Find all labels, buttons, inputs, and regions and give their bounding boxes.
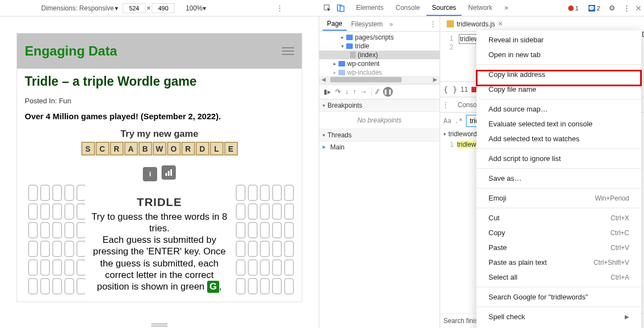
- board-cell: [28, 203, 38, 220]
- dimensions-label[interactable]: Dimensions: Responsive: [41, 4, 114, 12]
- width-input[interactable]: [123, 3, 146, 13]
- hamburger-icon[interactable]: [282, 47, 294, 55]
- thread-main[interactable]: Main: [319, 142, 440, 328]
- gear-icon[interactable]: ⚙: [607, 3, 618, 14]
- dimension-x: ×: [147, 4, 151, 12]
- scrollbar-thumb[interactable]: [330, 77, 402, 82]
- board-cell: [248, 278, 258, 294]
- cm-eval[interactable]: Evaluate selected text in console: [476, 116, 641, 131]
- board-cell: [260, 259, 270, 276]
- deactivate-bp-icon[interactable]: ⁄⁄: [376, 88, 379, 96]
- tree-folder: ▾tridle: [319, 42, 440, 51]
- board-cell: [64, 185, 74, 201]
- debugger-toolbar: ▮▸ ↷ ↓ ↑ → ⁄⁄ ❚❚: [319, 84, 440, 99]
- board-cell: [40, 259, 50, 276]
- kebab-icon[interactable]: ⋮: [276, 4, 284, 13]
- device-icon[interactable]: [335, 3, 346, 14]
- cm-watches[interactable]: Add selected text to watches: [476, 131, 641, 146]
- pretty-print-icon[interactable]: { }: [443, 85, 457, 94]
- cm-ignore[interactable]: Add script to ignore list: [476, 151, 641, 166]
- close-tab-icon[interactable]: ✕: [498, 20, 503, 27]
- cm-paste-plain[interactable]: Paste as plain textCtrl+Shift+V: [476, 255, 641, 270]
- step-into-icon[interactable]: ↓: [345, 88, 348, 96]
- zoom-label[interactable]: 100%: [186, 4, 203, 12]
- height-input[interactable]: [152, 3, 175, 13]
- chevron-right-icon: ▶: [625, 314, 629, 320]
- board-cell: [28, 259, 38, 276]
- tab-network[interactable]: Network: [463, 1, 498, 16]
- cm-spell[interactable]: Spell check▶: [476, 309, 641, 324]
- cm-copy[interactable]: CopyCtrl+C: [476, 225, 641, 240]
- pause-exceptions-icon[interactable]: ❚❚: [383, 87, 393, 97]
- cm-wdir[interactable]: Writing Direction▶: [476, 324, 641, 328]
- overflow-icon[interactable]: »: [389, 20, 393, 28]
- cm-reveal[interactable]: Reveal in sidebar: [476, 32, 641, 47]
- kebab-icon[interactable]: ⋮: [621, 3, 632, 14]
- cm-saveas[interactable]: Save as…: [476, 171, 641, 186]
- chevron-down-icon[interactable]: ▾: [115, 4, 118, 12]
- subtab-page[interactable]: Page: [323, 18, 347, 31]
- cm-paste[interactable]: PasteCtrl+V: [476, 240, 641, 255]
- devtools-right: 1 💬2 ⚙ ⋮ ✕: [565, 3, 644, 14]
- drag-handle-icon[interactable]: [151, 323, 168, 325]
- tile: A: [124, 142, 138, 155]
- subtab-filesystem[interactable]: Filesystem: [347, 18, 387, 30]
- breakpoints-header[interactable]: ▾Breakpoints: [319, 99, 440, 112]
- cm-google[interactable]: Search Google for "tridlewords": [476, 290, 641, 304]
- cm-select-all[interactable]: Select allCtrl+A: [476, 270, 641, 285]
- board-cell: [284, 259, 294, 276]
- stats-icon[interactable]: [162, 165, 176, 180]
- tile: L: [210, 142, 224, 155]
- resume-icon[interactable]: ▮▸: [324, 88, 331, 96]
- regex-icon[interactable]: .*: [454, 117, 462, 125]
- tab-sources[interactable]: Sources: [426, 1, 462, 16]
- message-badge[interactable]: 💬2: [585, 4, 603, 12]
- file-tab-label: tridlewords.js: [457, 20, 495, 28]
- board-cell: [284, 222, 294, 238]
- no-breakpoints: No breakpoints: [319, 112, 440, 129]
- kebab-icon[interactable]: ⋮: [442, 101, 449, 109]
- match-case-icon[interactable]: Aa: [443, 117, 451, 125]
- tree-folder: ▸wp-includes: [319, 68, 440, 76]
- board-cell: [272, 259, 282, 276]
- info-icon[interactable]: i: [143, 167, 157, 181]
- board-cell: [272, 241, 282, 257]
- step-out-icon[interactable]: ↑: [353, 88, 356, 96]
- posted-in: Posted In: Fun: [25, 97, 294, 105]
- step-icon[interactable]: →: [360, 88, 367, 96]
- cm-open-tab[interactable]: Open in new tab: [476, 47, 641, 62]
- board-cell: [284, 203, 294, 220]
- floating-letter: D: [642, 30, 644, 39]
- cm-copy-link[interactable]: Copy link address: [476, 67, 641, 82]
- inspect-icon[interactable]: [322, 3, 333, 14]
- chevron-down-icon[interactable]: ▾: [203, 4, 206, 12]
- svg-rect-2: [340, 6, 344, 12]
- error-badge[interactable]: 1: [565, 4, 582, 12]
- device-preview: Engaging Data Tridle – a triple Wordle g…: [0, 16, 319, 328]
- tab-console[interactable]: Console: [390, 1, 425, 16]
- folder-icon: [346, 43, 353, 49]
- site-title[interactable]: Engaging Data: [25, 43, 117, 59]
- horizontal-scrollbar[interactable]: ◀▶: [319, 76, 440, 84]
- scrabble-tiles[interactable]: S C R A B W O R D L E: [25, 142, 294, 155]
- toolbar: Dimensions: Responsive ▾ × 100% ▾ ⋮ Elem…: [0, 0, 644, 16]
- board-cell: [40, 222, 50, 238]
- board-cell: [236, 241, 246, 257]
- threads-header[interactable]: ▾Threads: [319, 129, 440, 142]
- cm-cut[interactable]: CutCtrl+X: [476, 210, 641, 225]
- file-tab[interactable]: tridlewords.js ✕: [442, 18, 507, 30]
- tile: C: [96, 142, 109, 155]
- step-over-icon[interactable]: ↷: [335, 88, 341, 96]
- close-icon[interactable]: ✕: [635, 4, 642, 13]
- tab-elements[interactable]: Elements: [351, 1, 389, 16]
- game-boards: TRIDLE Try to guess the three words in 8…: [25, 185, 294, 294]
- kebab-icon[interactable]: ⋮: [430, 20, 436, 28]
- cm-add-map[interactable]: Add source map…: [476, 102, 641, 116]
- file-tree[interactable]: ▸pages/scripts ▾tridle (index) ▸wp-conte…: [319, 32, 440, 76]
- devtools-tabs: Elements Console Sources Network »: [351, 1, 514, 16]
- tabs-overflow-icon[interactable]: »: [499, 1, 514, 16]
- board-cell: [52, 278, 62, 294]
- cm-emoji[interactable]: EmojiWin+Period: [476, 191, 641, 205]
- cm-copy-file[interactable]: Copy file name: [476, 82, 641, 97]
- nav-subtabs: Page Filesystem » ⋮: [319, 16, 440, 32]
